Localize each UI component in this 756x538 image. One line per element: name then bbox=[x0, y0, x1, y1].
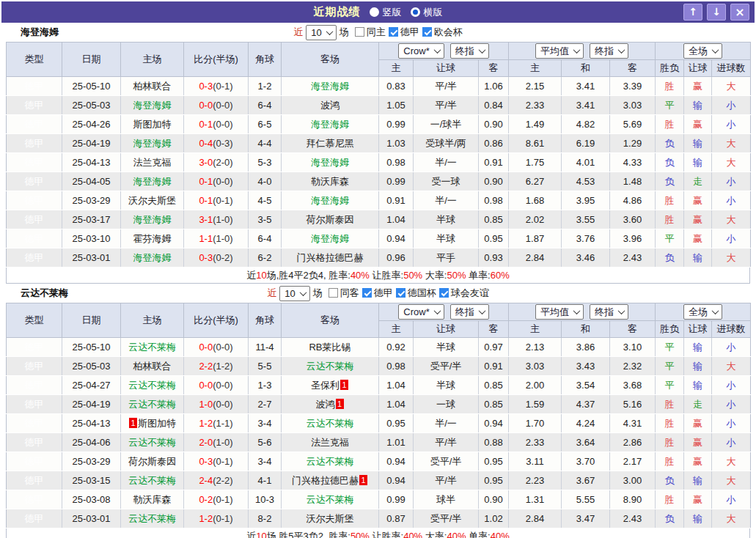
corner-cell: 4-4 bbox=[249, 134, 282, 153]
result-winloss: 胜 bbox=[656, 77, 684, 96]
move-up-button[interactable]: ↑ bbox=[683, 4, 702, 21]
avg-odds-time-select[interactable]: 终指 bbox=[590, 43, 628, 59]
avg-draw-odds: 4.24 bbox=[562, 414, 610, 433]
team-link: 海登海姆 bbox=[133, 176, 172, 187]
header-row-groups: 类型 日期 主场 比分(半场) 角球 客场 Crow* 终指 平均值 bbox=[7, 303, 751, 321]
avg-draw-odds: 3.95 bbox=[562, 191, 610, 210]
radio-icon[interactable] bbox=[411, 7, 420, 17]
filter-checkbox-option[interactable]: 德甲 bbox=[362, 287, 393, 300]
league-cell: 德甲 bbox=[7, 115, 62, 134]
fulltime-select[interactable]: 全场 bbox=[683, 43, 722, 59]
score-cell: 1-1(1-0) bbox=[184, 229, 249, 248]
fulltime-score: 0-3 bbox=[199, 81, 213, 92]
results-body: 德甲25-05-10柏林联合0-3(0-1)1-2海登海姆0.83平/半1.06… bbox=[7, 77, 751, 268]
move-down-button[interactable]: ↓ bbox=[707, 4, 726, 21]
handicap-line: 半/一 bbox=[414, 153, 479, 172]
checkbox-checked-icon[interactable] bbox=[396, 288, 405, 298]
result-handicap: 赢 bbox=[684, 433, 712, 452]
chevron-down-icon bbox=[478, 307, 485, 314]
layout-radio-horizontal[interactable]: 横版 bbox=[411, 6, 443, 19]
match-row: 德甲25-05-10柏林联合0-3(0-1)1-2海登海姆0.83平/半1.06… bbox=[7, 77, 751, 96]
chevron-down-icon bbox=[573, 46, 581, 54]
bookmaker-select[interactable]: Crow* bbox=[398, 43, 444, 59]
score-cell: 0-3(0-1) bbox=[184, 452, 249, 471]
filter-checkbox-option[interactable]: 欧会杯 bbox=[422, 26, 463, 39]
summary-row: 近10场,胜4平2负4, 胜率:40% 让胜率:50% 大率:50% 单率:60… bbox=[6, 268, 750, 284]
date-cell: 25-05-03 bbox=[62, 357, 121, 376]
average-select[interactable]: 平均值 bbox=[535, 43, 584, 59]
fulltime-select[interactable]: 全场 bbox=[683, 304, 722, 320]
avg-odds-time-select[interactable]: 终指 bbox=[590, 304, 628, 320]
checkbox-checked-icon[interactable] bbox=[439, 288, 449, 298]
filter-checkbox-option[interactable]: 德国杯 bbox=[396, 287, 436, 300]
team-link: 法兰克福 bbox=[133, 157, 172, 168]
halftime-score: (0-0) bbox=[213, 119, 232, 130]
checkbox-checked-icon[interactable] bbox=[422, 27, 432, 37]
team-link: 法兰克福 bbox=[311, 437, 349, 448]
avg-away-odds: 4.33 bbox=[610, 153, 656, 172]
handicap-away-odds: 0.84 bbox=[479, 96, 509, 115]
home-team-cell: 海登海姆 bbox=[121, 134, 184, 153]
chevron-down-icon bbox=[433, 46, 441, 54]
layout-radio-vertical[interactable]: 竖版 bbox=[370, 6, 402, 19]
checkbox-unchecked-icon[interactable] bbox=[355, 27, 364, 37]
sub-column-header: 让球 bbox=[684, 60, 712, 77]
fulltime-score: 2-2 bbox=[199, 361, 213, 372]
radio-icon[interactable] bbox=[370, 7, 379, 17]
filter-checkbox-option[interactable]: 德甲 bbox=[389, 26, 419, 39]
home-team-cell: 云达不莱梅 bbox=[121, 433, 184, 452]
result-handicap: 输 bbox=[684, 248, 712, 268]
checkbox-unchecked-icon[interactable] bbox=[329, 288, 338, 298]
team-link: 沃尔夫斯堡 bbox=[128, 195, 176, 206]
filter-checkbox-option[interactable]: 同客 bbox=[329, 287, 359, 300]
summary-stat-value: 50% bbox=[351, 531, 370, 538]
score-cell: 0-3(0-2) bbox=[184, 248, 249, 268]
summary-stat-value: 50% bbox=[403, 270, 422, 281]
handicap-line: 受平/半 bbox=[414, 509, 479, 528]
avg-away-odds: 3.03 bbox=[610, 96, 656, 115]
result-goals: 大 bbox=[712, 134, 751, 153]
avg-home-odds: 2.13 bbox=[509, 338, 562, 357]
result-winloss: 胜 bbox=[656, 115, 684, 134]
away-team-cell: 海登海姆 bbox=[282, 153, 379, 172]
odds-time-select[interactable]: 终指 bbox=[450, 43, 489, 59]
league-cell: 德甲 bbox=[7, 471, 62, 490]
away-team-cell: 海登海姆 bbox=[282, 229, 379, 248]
avg-home-odds: 2.33 bbox=[509, 96, 562, 115]
summary-stat-value: 40% bbox=[491, 531, 510, 538]
result-winloss: 胜 bbox=[656, 395, 684, 414]
team-sections: 海登海姆 近 10 场 同主德甲欧会杯 类型 日期 bbox=[0, 23, 756, 538]
result-goals: 大 bbox=[712, 248, 751, 268]
odds-time-select[interactable]: 终指 bbox=[450, 304, 489, 320]
average-select[interactable]: 平均值 bbox=[535, 304, 584, 320]
handicap-home-odds: 0.92 bbox=[379, 338, 414, 357]
match-row: 德甲25-04-131斯图加特1-2(1-1)3-4云达不莱梅0.95半/一0.… bbox=[7, 414, 751, 433]
result-goals: 小 bbox=[712, 490, 751, 509]
away-team-cell: 云达不莱梅 bbox=[282, 414, 379, 433]
filter-checkbox-label: 德甲 bbox=[374, 287, 393, 300]
fulltime-score: 3-1 bbox=[199, 214, 213, 225]
date-cell: 25-04-13 bbox=[62, 414, 121, 433]
corner-cell: 2-7 bbox=[249, 395, 282, 414]
away-team-cell: 海登海姆 bbox=[282, 115, 379, 134]
league-cell: 德甲 bbox=[7, 338, 62, 357]
checkbox-checked-icon[interactable] bbox=[362, 288, 372, 298]
filter-checkbox-option[interactable]: 球会友谊 bbox=[439, 287, 489, 300]
handicap-away-odds: 0.85 bbox=[479, 395, 509, 414]
match-count-select[interactable]: 10 bbox=[279, 286, 309, 301]
bookmaker-select[interactable]: Crow* bbox=[398, 304, 444, 320]
filter-checkbox-option[interactable]: 同主 bbox=[355, 26, 386, 39]
avg-home-odds: 1.75 bbox=[509, 153, 562, 172]
handicap-home-odds: 0.98 bbox=[379, 153, 414, 172]
handicap-home-odds: 1.05 bbox=[379, 96, 414, 115]
team-link: 门兴格拉德巴赫 bbox=[297, 252, 364, 263]
result-handicap: 赢 bbox=[684, 77, 712, 96]
close-button[interactable]: × bbox=[730, 4, 749, 21]
match-count-select[interactable]: 10 bbox=[306, 25, 336, 40]
fulltime-score: 0-1 bbox=[199, 119, 213, 130]
match-row: 德甲25-04-13法兰克福3-0(2-0)5-3海登海姆0.98半/一0.91… bbox=[7, 153, 751, 172]
checkbox-checked-icon[interactable] bbox=[389, 27, 398, 37]
handicap-away-odds: 0.91 bbox=[479, 357, 509, 376]
avg-home-odds: 2.00 bbox=[509, 376, 562, 395]
handicap-away-odds: 0.95 bbox=[479, 229, 509, 248]
